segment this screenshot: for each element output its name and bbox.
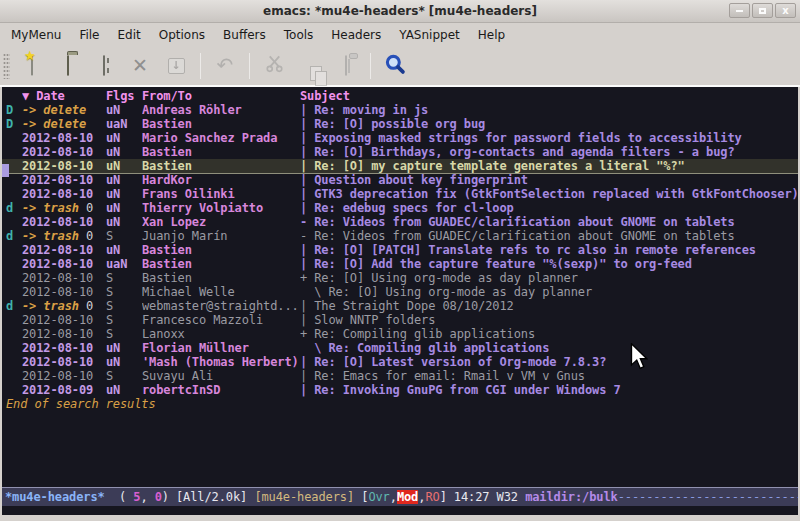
copy-button bbox=[293, 50, 327, 82]
end-of-results: End of search results bbox=[2, 397, 798, 411]
date-cell: 2012-08-10 bbox=[22, 369, 106, 383]
message-row[interactable]: D-> deleteuNAndreas Röhler| Re: moving i… bbox=[2, 103, 798, 117]
mark-action: -> trash bbox=[22, 201, 79, 215]
flags-cell: S bbox=[106, 327, 142, 341]
search-button[interactable] bbox=[378, 50, 412, 82]
mark-char bbox=[6, 383, 22, 397]
message-date: 2012-08-10 bbox=[22, 173, 93, 187]
toolbar-separator bbox=[249, 53, 250, 79]
message-row[interactable]: 2012-08-10uNFlorian Müllner \ Re: Compil… bbox=[2, 341, 798, 355]
emacs-window: emacs: *mu4e-headers* [mu4e-headers] x M… bbox=[0, 0, 800, 521]
column-headers: ▼ Date Flgs From/To Subject bbox=[2, 89, 798, 103]
mode-line[interactable]: *mu4e-headers* ( 5, 0) [All/2.0k] [mu4e-… bbox=[2, 487, 798, 506]
flags-column-header: Flgs bbox=[106, 89, 142, 103]
message-row[interactable]: 2012-08-10uNFrans Oilinki| GTK3 deprecat… bbox=[2, 187, 798, 201]
mu4e-headers-buffer[interactable]: ▼ Date Flgs From/To Subject D-> deleteuN… bbox=[2, 87, 798, 515]
subject-cell: \ Re: [O] Using org-mode as day planner bbox=[300, 285, 798, 299]
subject-cell: | Re: edebug specs for cl-loop bbox=[300, 201, 798, 215]
mark-char bbox=[6, 313, 22, 327]
new-file-button[interactable]: ★ bbox=[15, 50, 49, 82]
minimize-button[interactable] bbox=[729, 3, 750, 18]
message-row[interactable]: d-> trash 0Swebmaster@straightd...| The … bbox=[2, 299, 798, 313]
paste-icon bbox=[345, 56, 347, 75]
message-date: 2012-08-10 bbox=[22, 145, 93, 159]
menu-item-options[interactable]: Options bbox=[150, 25, 214, 45]
message-date: 2012-08-10 bbox=[22, 313, 93, 327]
message-row[interactable]: d-> trash 0SJuanjo Marín- Re: Videos fro… bbox=[2, 229, 798, 243]
message-row[interactable]: 2012-08-10uNHardKor| Question about key … bbox=[2, 173, 798, 187]
mark-char bbox=[6, 243, 22, 257]
date-cell: 2012-08-10 bbox=[22, 187, 106, 201]
menu-item-yasnippet[interactable]: YASnippet bbox=[390, 25, 469, 45]
flags-cell: uN bbox=[106, 243, 142, 257]
message-row[interactable]: 2012-08-10SMichael Welle \ Re: [O] Using… bbox=[2, 285, 798, 299]
from-column-header: From/To bbox=[142, 89, 300, 103]
from-cell: HardKor bbox=[142, 173, 300, 187]
toolbar-drag-handle[interactable] bbox=[3, 53, 10, 79]
message-row[interactable]: 2012-08-10uNBastien| Re: [O] my capture … bbox=[2, 159, 798, 173]
menu-item-headers[interactable]: Headers bbox=[322, 25, 390, 45]
subject-cell: | Re: [O] possible org bug bbox=[300, 117, 798, 131]
subject-cell: | The Straight Dope 08/10/2012 bbox=[300, 299, 798, 313]
subject-column-header: Subject bbox=[300, 89, 798, 103]
menu-item-mymenu[interactable]: MyMenu bbox=[2, 25, 70, 45]
message-row[interactable]: 2012-08-10uNMario Sanchez Prada| Exposin… bbox=[2, 131, 798, 145]
flags-cell: uN bbox=[106, 159, 142, 173]
from-cell: Xan Lopez bbox=[142, 215, 300, 229]
from-cell: Andreas Röhler bbox=[142, 103, 300, 117]
subject-cell: - Re: Videos from GUADEC/clarification a… bbox=[300, 229, 798, 243]
modeline-segment-buffer: *mu4e-headers* bbox=[5, 490, 105, 504]
modeline-segment-plain: [ bbox=[354, 490, 368, 504]
subject-cell: | Slow NNTP folders bbox=[300, 313, 798, 327]
from-cell: Francesco Mazzoli bbox=[142, 313, 300, 327]
date-cell: 2012-08-10 bbox=[22, 243, 106, 257]
message-row[interactable]: 2012-08-10uNXan Lopez- Re: Videos from G… bbox=[2, 215, 798, 229]
date-cell: 2012-08-10 bbox=[22, 271, 106, 285]
close-icon: x bbox=[782, 6, 788, 16]
message-date: 2012-08-10 bbox=[22, 243, 93, 257]
message-date: 2012-08-10 bbox=[22, 215, 93, 229]
echo-area[interactable] bbox=[2, 506, 798, 515]
message-row[interactable]: 2012-08-10uNBastien| Re: [O] [PATCH] Tra… bbox=[2, 243, 798, 257]
flags-cell: uN bbox=[106, 355, 142, 369]
mark-char bbox=[6, 145, 22, 159]
from-cell: Frans Oilinki bbox=[142, 187, 300, 201]
message-row[interactable]: D-> deleteuaNBastien| Re: [O] possible o… bbox=[2, 117, 798, 131]
maximize-button[interactable] bbox=[752, 3, 773, 18]
message-row[interactable]: 2012-08-10SLanoxx+ Re: Compiling glib ap… bbox=[2, 327, 798, 341]
open-folder-button[interactable] bbox=[51, 50, 85, 82]
mark-char bbox=[6, 271, 22, 285]
modeline-segment-dashes: ----------------------------------------… bbox=[618, 490, 798, 504]
date-cell: 2012-08-10 bbox=[22, 173, 106, 187]
message-row[interactable]: 2012-08-10uaNBastien| Re: [O] Add the ca… bbox=[2, 257, 798, 271]
maximize-icon bbox=[759, 8, 766, 14]
menu-item-help[interactable]: Help bbox=[469, 25, 514, 45]
from-cell: Bastien bbox=[142, 271, 300, 285]
message-row[interactable]: 2012-08-10SFrancesco Mazzoli| Slow NNTP … bbox=[2, 313, 798, 327]
menu-item-buffers[interactable]: Buffers bbox=[214, 25, 275, 45]
menu-item-edit[interactable]: Edit bbox=[109, 25, 150, 45]
message-row[interactable]: 2012-08-10SSuvayu Ali| Re: Emacs for ema… bbox=[2, 369, 798, 383]
message-row[interactable]: 2012-08-10uN'Mash (Thomas Herbert)| Re: … bbox=[2, 355, 798, 369]
message-row[interactable]: d-> trash 0uNThierry Volpiatto| Re: edeb… bbox=[2, 201, 798, 215]
mark-action: -> delete bbox=[22, 117, 86, 131]
close-button[interactable]: x bbox=[775, 3, 796, 18]
flags-cell: uN bbox=[106, 145, 142, 159]
from-cell: robertcInSD bbox=[142, 383, 300, 397]
from-cell: Bastien bbox=[142, 257, 300, 271]
menu-item-file[interactable]: File bbox=[70, 25, 108, 45]
message-row[interactable]: 2012-08-10SBastien+ Re: [O] Using org-mo… bbox=[2, 271, 798, 285]
titlebar[interactable]: emacs: *mu4e-headers* [mu4e-headers] x bbox=[0, 0, 800, 23]
undo-icon: ↶ bbox=[217, 55, 234, 76]
modeline-segment-plain: ) [All/2.0k] bbox=[162, 490, 255, 504]
close-button[interactable]: ✕ bbox=[123, 50, 157, 82]
message-row[interactable]: 2012-08-10uNBastien| Re: [O] Birthdays, … bbox=[2, 145, 798, 159]
date-cell: 2012-08-10 bbox=[22, 215, 106, 229]
message-row[interactable]: 2012-08-09uNrobertcInSD| Re: Invoking Gn… bbox=[2, 383, 798, 397]
date-cell: 2012-08-10 bbox=[22, 313, 106, 327]
mark-char bbox=[6, 131, 22, 145]
save-button[interactable] bbox=[87, 50, 121, 82]
menu-item-tools[interactable]: Tools bbox=[275, 25, 323, 45]
subject-cell: | Re: Emacs for email: Rmail v VM v Gnus bbox=[300, 369, 798, 383]
subject-cell: | GTK3 deprecation fix (GtkFontSelection… bbox=[300, 187, 798, 201]
